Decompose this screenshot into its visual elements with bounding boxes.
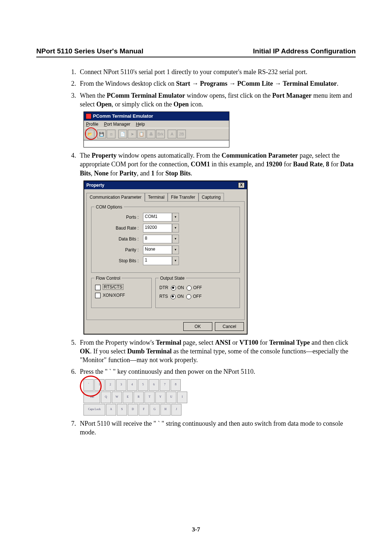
databits-combo[interactable]: 8: [143, 235, 179, 243]
keyboard-key: E: [123, 392, 133, 403]
keyboard-key: D: [128, 404, 138, 416]
keyboard-key: H: [160, 404, 171, 416]
tab-capturing[interactable]: Capturing: [199, 193, 224, 201]
disconnect-icon[interactable]: ⧈: [107, 130, 115, 138]
keyboard-key: Q: [101, 392, 111, 403]
keyboard-key: 3: [116, 379, 126, 391]
app-icon: [86, 113, 91, 119]
keyboard-key: 5: [138, 379, 148, 391]
parity-combo[interactable]: None: [143, 246, 179, 254]
chevron-down-icon[interactable]: [172, 224, 179, 232]
ok-button[interactable]: OK: [183, 322, 212, 331]
pcomm-toolbar: 📂 💾 ⧈ 📄 ➤ 📋 🖶 Brk A 2B: [84, 128, 229, 140]
keyboard-key: 8: [171, 379, 181, 391]
dtr-on-radio[interactable]: [171, 285, 176, 291]
keyboard-key: Caps Lock: [83, 404, 105, 416]
step-4: The Property window opens automatically.…: [78, 151, 356, 335]
pcomm-menubar: PProfilerofile Port ManagerPort Manager …: [84, 121, 229, 128]
capture-icon[interactable]: 📋: [137, 130, 146, 138]
keyboard-key: J: [171, 404, 181, 416]
property-tabs: Communication Parameter Terminal File Tr…: [84, 189, 247, 201]
keyboard-key: I: [177, 392, 187, 403]
send-icon[interactable]: ➤: [128, 130, 136, 138]
dtr-off-radio[interactable]: [187, 285, 192, 291]
step-6: Press the " ` " key continuously and the…: [78, 367, 356, 415]
property-body: COM Options Ports : COM1 Baud Rate : 192…: [86, 201, 245, 320]
property-titlebar: Property X: [84, 181, 247, 189]
keyboard-key: Tab: [83, 392, 100, 403]
chevron-down-icon[interactable]: [172, 235, 179, 243]
save-icon[interactable]: 💾: [97, 130, 106, 138]
pcomm-titlebar: PComm Terminal Emulator: [84, 112, 229, 121]
page-header: NPort 5110 Series User's Manual Initial …: [36, 47, 356, 57]
two-b-icon[interactable]: 2B: [177, 130, 186, 138]
keyboard-key: `: [83, 379, 94, 391]
font-icon[interactable]: A: [168, 130, 176, 138]
xonxoff-checkbox[interactable]: XON/XOFF: [95, 292, 148, 298]
keyboard-image: ` 1 2 3 4 5 6 7 8 Tab Q W E: [83, 379, 207, 416]
baud-combo[interactable]: 19200: [143, 224, 179, 232]
pcomm-window: PComm Terminal Emulator PProfilerofile P…: [83, 112, 229, 147]
parity-label: Parity :: [95, 247, 143, 253]
stopbits-label: Stop Bits :: [95, 258, 143, 264]
menu-help[interactable]: HelpHelp: [136, 122, 145, 127]
rts-off-radio[interactable]: [186, 294, 191, 299]
step-7: NPort 5110 will receive the " ` " string…: [78, 419, 356, 437]
props-icon[interactable]: 📄: [118, 130, 127, 138]
step-1: Connect NPort 5110's serial port 1 direc…: [78, 68, 356, 76]
pcomm-client-area: [84, 140, 229, 147]
property-dialog: Property X Communication Parameter Termi…: [83, 181, 248, 335]
keyboard-key: Y: [155, 392, 166, 403]
keyboard-key: R: [134, 392, 144, 403]
instruction-list: Connect NPort 5110's serial port 1 direc…: [69, 68, 356, 437]
brk-icon[interactable]: Brk: [156, 130, 165, 138]
keyboard-key: 1: [94, 379, 105, 391]
step-2: From the Windows desktop click on Start …: [78, 79, 356, 88]
header-left: NPort 5110 Series User's Manual: [36, 47, 143, 55]
stopbits-combo[interactable]: 1: [143, 256, 179, 265]
close-icon[interactable]: X: [238, 182, 245, 188]
keyboard-key: 7: [160, 379, 170, 391]
keyboard-key: 2: [105, 379, 115, 391]
keyboard-key: U: [166, 392, 176, 403]
menu-profile[interactable]: PProfilerofile: [86, 122, 98, 127]
page-number: 3-7: [0, 526, 392, 533]
header-right: Initial IP Address Configuration: [253, 47, 356, 55]
tab-file-transfer[interactable]: File Transfer: [168, 193, 199, 201]
keyboard-key: A: [106, 404, 116, 416]
keyboard-key: W: [112, 392, 122, 403]
open-icon[interactable]: 📂: [86, 130, 94, 138]
baud-label: Baud Rate :: [95, 225, 143, 231]
keyboard-key: S: [117, 404, 127, 416]
menu-port-manager[interactable]: Port ManagerPort Manager: [104, 122, 130, 127]
tab-terminal[interactable]: Terminal: [145, 193, 168, 201]
chevron-down-icon[interactable]: [172, 246, 179, 254]
cancel-button[interactable]: Cancel: [215, 322, 244, 331]
tab-comm-param[interactable]: Communication Parameter: [86, 193, 145, 202]
keyboard-key: G: [150, 404, 160, 416]
ports-label: Ports :: [95, 214, 143, 220]
rts-on-radio[interactable]: [171, 294, 176, 299]
com-options-fieldset: COM Options Ports : COM1 Baud Rate : 192…: [91, 207, 240, 273]
keyboard-key: T: [144, 392, 155, 403]
step-5: From the Property window's Terminal page…: [78, 338, 356, 365]
chevron-down-icon[interactable]: [172, 256, 179, 265]
chevron-down-icon[interactable]: [172, 213, 179, 222]
output-state-fieldset: Output State DTR ON OFF RTS ON OFF: [155, 278, 240, 308]
step-3: When the PComm Terminal Emulator window …: [78, 91, 356, 147]
flow-control-fieldset: Flow Control RTS/CTS XON/XOFF: [91, 278, 152, 308]
rtscts-checkbox[interactable]: RTS/CTS: [95, 284, 148, 290]
ports-combo[interactable]: COM1: [143, 213, 179, 222]
databits-label: Data Bits :: [95, 236, 143, 242]
print-icon[interactable]: 🖶: [147, 130, 155, 138]
keyboard-key: 4: [127, 379, 137, 391]
keyboard-key: F: [139, 404, 149, 416]
keyboard-key: 6: [149, 379, 159, 391]
